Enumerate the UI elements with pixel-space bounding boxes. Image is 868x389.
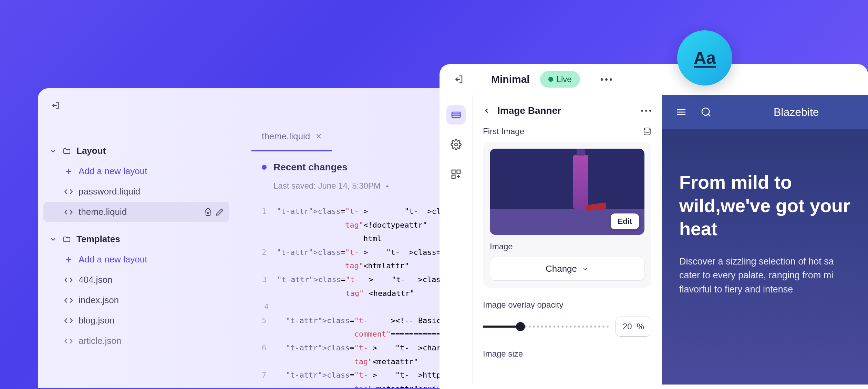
add-layout-button[interactable]: Add a new layout [43,161,229,181]
folder-icon [63,235,71,243]
more-icon[interactable] [601,78,612,81]
exit-icon[interactable] [453,74,464,84]
file-item-index[interactable]: index.json [43,290,229,310]
editor-pane: theme.liquid ✕ Recent changes Last saved… [251,123,462,388]
section-label: Layout [76,146,106,156]
svg-point-8 [455,143,457,146]
typography-icon: Aa [694,48,716,68]
chevron-down-icon [582,266,589,272]
svg-line-19 [708,114,710,116]
svg-rect-5 [452,112,460,118]
tree-section-layout[interactable]: Layout [43,141,229,161]
file-tree: Layout Add a new layout password.liquid … [43,141,229,351]
close-icon[interactable]: ✕ [316,132,322,141]
image-label: Image [490,242,644,251]
settings-panel: Image Banner First Image Edit Image Chan… [473,95,662,385]
editor-tab[interactable]: theme.liquid ✕ [251,123,332,151]
caret-up-icon[interactable] [384,183,390,189]
preview-pane: Blazebite From mild to wild,we've got yo… [662,95,868,385]
file-item-theme[interactable]: theme.liquid [43,202,229,222]
change-button[interactable]: Change [490,257,644,281]
tab-label: theme.liquid [262,131,310,142]
recent-changes-header: Recent changes [251,151,462,176]
sections-icon[interactable] [446,105,466,124]
plus-icon [64,255,73,264]
add-label: Add a new layout [79,254,147,265]
recent-changes-title: Recent changes [273,162,348,173]
database-icon[interactable] [643,127,651,136]
search-icon[interactable] [701,107,712,118]
apps-icon[interactable] [446,164,466,184]
hero-title: From mild to wild,we've got your heat [679,171,851,241]
brand-name: Blazebite [774,106,819,119]
file-name: 404.json [79,275,112,285]
file-item-article[interactable]: article.json [43,331,229,351]
section-label: Templates [76,234,120,245]
file-item-blog[interactable]: blog.json [43,310,229,331]
opacity-value-box[interactable]: 20 % [616,317,651,337]
code-editor-window: Layout Add a new layout password.liquid … [38,88,462,388]
code-icon [64,276,73,285]
first-image-label: First Image [483,127,524,136]
svg-point-14 [644,128,650,130]
chevron-left-icon[interactable] [483,107,490,114]
plus-icon [64,167,73,176]
customizer-header: Minimal Live [440,64,868,95]
preview-header: Blazebite [662,95,868,129]
image-card: Edit Image Change [483,142,651,288]
svg-marker-4 [385,185,389,187]
svg-rect-10 [457,170,460,173]
image-size-setting: Image size [483,349,651,359]
image-preview: Edit [490,149,644,235]
typography-badge: Aa [677,30,732,86]
product-bottle-graphic [573,155,588,210]
svg-point-18 [702,108,709,115]
image-size-label: Image size [483,349,651,359]
menu-icon[interactable] [676,107,687,118]
file-item-password[interactable]: password.liquid [43,181,229,202]
chevron-down-icon [49,147,57,155]
gear-icon[interactable] [446,135,466,154]
panel-header: Image Banner [483,105,651,116]
exit-icon[interactable] [50,100,61,111]
section-title: Image Banner [497,105,561,116]
file-name: blog.json [79,315,114,326]
tree-section-templates[interactable]: Templates [43,229,229,249]
add-template-button[interactable]: Add a new layout [43,249,229,270]
status-dot-icon [548,77,553,82]
file-name: index.json [79,295,119,306]
svg-rect-9 [452,170,455,173]
code-icon [64,208,73,217]
folder-icon [63,147,71,155]
icon-rail [440,95,473,385]
theme-name: Minimal [491,73,530,85]
trash-icon[interactable] [204,208,212,216]
code-icon [64,296,73,305]
theme-customizer-window: Minimal Live Image Banner [440,64,868,389]
code-editor[interactable]: 1"t-attr">class="t-tag"><!doctype html"t… [251,201,462,388]
add-label: Add a new layout [79,166,147,177]
hero-subtitle: Discover a sizzling selection of hot sa … [679,255,851,297]
pepper-graphic [585,202,607,211]
edit-image-button[interactable]: Edit [611,213,639,229]
file-name: article.json [79,336,121,346]
opacity-label: Image overlay opacity [483,300,651,310]
chevron-down-icon [49,235,57,243]
file-name: password.liquid [79,186,140,197]
opacity-setting: Image overlay opacity 20 % [483,300,651,337]
hero-section: From mild to wild,we've got your heat Di… [662,129,868,385]
more-icon[interactable] [641,110,651,112]
live-badge: Live [540,71,580,88]
file-item-404[interactable]: 404.json [43,270,229,290]
pencil-icon[interactable] [216,208,224,216]
opacity-slider[interactable] [483,326,609,328]
last-saved-text: Last saved: June 14, 5:30PM [251,176,462,201]
code-icon [64,316,73,325]
code-icon [64,187,73,196]
file-name: theme.liquid [79,207,127,217]
status-dot-icon [262,165,267,170]
svg-rect-11 [452,175,455,178]
code-icon [64,337,73,346]
